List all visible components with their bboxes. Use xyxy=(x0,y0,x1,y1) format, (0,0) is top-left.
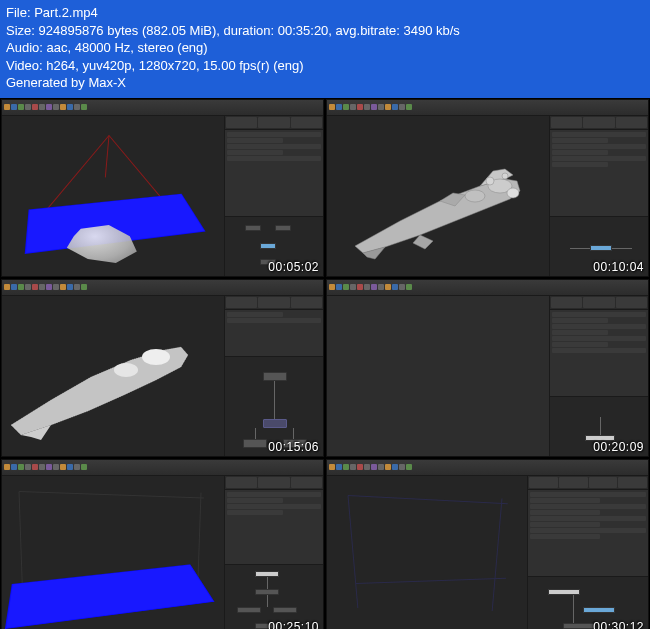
timestamp: 00:20:09 xyxy=(593,440,644,454)
svg-point-4 xyxy=(502,173,508,179)
viewport-3d xyxy=(327,296,550,456)
app-toolbar xyxy=(327,100,648,116)
viewport-3d xyxy=(2,476,225,629)
thumbnail[interactable]: 00:05:02 xyxy=(1,99,324,277)
app-toolbar xyxy=(327,460,648,476)
timestamp: 00:25:10 xyxy=(268,620,319,629)
file-label: File: xyxy=(6,5,31,20)
file-value: Part.2.mp4 xyxy=(34,5,98,20)
viewport-3d xyxy=(2,296,225,456)
side-panel xyxy=(225,476,323,629)
audio-line: Audio: aac, 48000 Hz, stereo (eng) xyxy=(6,39,644,57)
svg-point-5 xyxy=(142,349,170,365)
viewport-3d xyxy=(327,476,528,629)
svg-point-6 xyxy=(114,363,138,377)
side-panel xyxy=(550,296,648,456)
thumbnail[interactable]: 00:30:12 xyxy=(326,459,649,629)
app-toolbar xyxy=(2,460,323,476)
size-value: 924895876 bytes (882.05 MiB), duration: … xyxy=(39,23,460,38)
timestamp: 00:05:02 xyxy=(268,260,319,274)
file-line: File: Part.2.mp4 xyxy=(6,4,644,22)
viewport-3d xyxy=(327,116,550,276)
generated-line: Generated by Max-X xyxy=(6,74,644,92)
spaceship-pointcloud-icon xyxy=(6,325,206,450)
audio-label: Audio: xyxy=(6,40,43,55)
thumbnail[interactable]: 00:25:10 xyxy=(1,459,324,629)
side-panel xyxy=(225,296,323,456)
side-panel xyxy=(528,476,648,629)
spaceship-model-icon xyxy=(345,151,530,266)
video-label: Video: xyxy=(6,58,43,73)
thumbnail[interactable]: 00:15:06 xyxy=(1,279,324,457)
svg-point-2 xyxy=(507,188,519,198)
app-toolbar xyxy=(2,280,323,296)
app-toolbar xyxy=(327,280,648,296)
timestamp: 00:15:06 xyxy=(268,440,319,454)
video-line: Video: h264, yuv420p, 1280x720, 15.00 fp… xyxy=(6,57,644,75)
svg-point-3 xyxy=(486,177,494,185)
app-toolbar xyxy=(2,100,323,116)
svg-point-1 xyxy=(465,190,485,202)
thumbnail-grid: 00:05:02 xyxy=(0,98,650,629)
viewport-3d xyxy=(2,116,225,276)
thumbnail[interactable]: 00:20:09 xyxy=(326,279,649,457)
audio-value: aac, 48000 Hz, stereo (eng) xyxy=(47,40,208,55)
size-line: Size: 924895876 bytes (882.05 MiB), dura… xyxy=(6,22,644,40)
thumbnail[interactable]: 00:10:04 xyxy=(326,99,649,277)
media-info-header: File: Part.2.mp4 Size: 924895876 bytes (… xyxy=(0,0,650,98)
size-label: Size: xyxy=(6,23,35,38)
timestamp: 00:30:12 xyxy=(593,620,644,629)
side-panel xyxy=(550,116,648,276)
timestamp: 00:10:04 xyxy=(593,260,644,274)
side-panel xyxy=(225,116,323,276)
video-value: h264, yuv420p, 1280x720, 15.00 fps(r) (e… xyxy=(46,58,303,73)
